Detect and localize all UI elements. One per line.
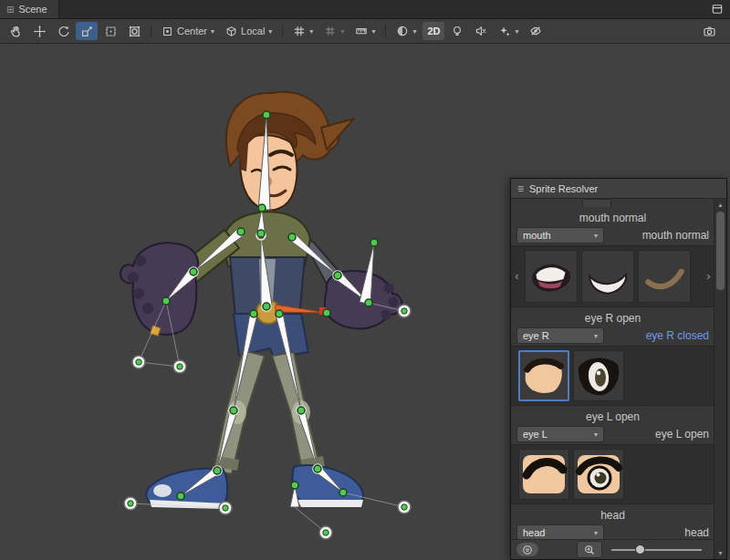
- toolbar-separator: [282, 24, 283, 38]
- thumbnail-zoom-slider[interactable]: [611, 544, 702, 556]
- light-bulb-icon: [451, 25, 464, 37]
- transform-icon: [128, 25, 141, 38]
- hamburger-icon[interactable]: ≡: [517, 182, 524, 195]
- move-tool-button[interactable]: [28, 22, 50, 40]
- scrollbar-thumb[interactable]: [716, 212, 725, 290]
- chevron-down-icon: ▾: [309, 27, 313, 36]
- 2d-mode-toggle[interactable]: 2D: [422, 22, 444, 40]
- head-dropdown-label: head: [523, 527, 545, 538]
- pivot-icon: [162, 26, 173, 37]
- mouth-dropdown-label: mouth: [523, 230, 551, 241]
- thumbnail-eye-l-open[interactable]: [573, 449, 624, 500]
- magnifier-plus-icon: [584, 544, 595, 555]
- transform-tool-button[interactable]: [123, 22, 145, 40]
- scene-tab-label: Scene: [18, 4, 47, 15]
- head-current-label: head: [684, 526, 709, 539]
- scene-visibility-toggle[interactable]: [525, 22, 547, 40]
- rect-tool-icon: [104, 25, 118, 38]
- window-layout-icon: [711, 3, 724, 16]
- head-category-dropdown[interactable]: head ▾: [516, 524, 604, 539]
- thumbnail-eye-r-closed[interactable]: [518, 350, 569, 401]
- slider-track[interactable]: [611, 549, 702, 551]
- chevron-right-icon[interactable]: ›: [704, 250, 713, 303]
- toolbar-separator: [151, 24, 151, 38]
- filter-button[interactable]: [516, 543, 538, 556]
- sprite-resolver-footer: [511, 539, 714, 559]
- rotate-tool-button[interactable]: [52, 22, 74, 40]
- sprite-resolver-title: Sprite Resolver: [529, 183, 598, 194]
- window-options-button[interactable]: [711, 0, 730, 18]
- chevron-down-icon: ▾: [515, 27, 518, 36]
- chevron-down-icon: ▾: [594, 430, 598, 439]
- slider-handle[interactable]: [635, 544, 645, 555]
- mouth-current-label: mouth normal: [642, 229, 709, 242]
- section-header-mouth: mouth normal: [511, 212, 714, 224]
- scale-icon: [80, 25, 94, 38]
- scene-effects-dropdown[interactable]: ▾: [494, 22, 523, 40]
- thumbnail-eye-l-closed[interactable]: [518, 449, 569, 500]
- effects-sparkle-icon: [498, 25, 511, 37]
- sprite-resolver-header[interactable]: ≡ Sprite Resolver: [511, 179, 726, 199]
- chevron-down-icon: ▾: [340, 27, 344, 36]
- grid-snapping-dropdown[interactable]: ▾: [319, 22, 349, 40]
- scroll-down-icon[interactable]: ▼: [714, 547, 726, 558]
- scene-audio-toggle[interactable]: [470, 22, 492, 40]
- thumbnail-mouth-closed[interactable]: [581, 250, 634, 303]
- cube-icon: [225, 26, 237, 37]
- eye-l-dropdown-label: eye L: [523, 429, 548, 440]
- scene-lighting-toggle[interactable]: [446, 22, 468, 40]
- grid-visibility-dropdown[interactable]: ▾: [288, 22, 318, 40]
- scroll-up-icon[interactable]: ▲: [714, 199, 726, 210]
- panel-scrollbar[interactable]: ▲ ▼: [714, 199, 726, 559]
- thumbnail-eye-r-open[interactable]: [573, 350, 624, 401]
- orientation-label: Local: [241, 26, 265, 36]
- chevron-left-icon[interactable]: ‹: [513, 250, 521, 303]
- mouth-thumbnail-strip: ‹ ›: [511, 245, 714, 307]
- shaded-sphere-icon: [396, 25, 409, 37]
- chevron-down-icon: ▾: [371, 27, 375, 36]
- eye-r-thumbnail-strip: [511, 346, 714, 406]
- chevron-down-icon: ▾: [594, 332, 598, 340]
- scene-tab[interactable]: ⊞ Scene: [0, 0, 59, 18]
- eye-l-category-dropdown[interactable]: eye L ▾: [516, 426, 604, 442]
- snap-increment-dropdown[interactable]: ▾: [350, 22, 380, 40]
- orientation-dropdown[interactable]: Local ▾: [221, 22, 276, 40]
- thumbnail-mouth-open[interactable]: [525, 250, 578, 303]
- eye-r-dropdown-label: eye R: [523, 330, 549, 341]
- chevron-down-icon: ▾: [594, 232, 598, 240]
- chevron-down-icon: ▾: [594, 529, 598, 537]
- rect-tool-button[interactable]: [99, 22, 121, 40]
- tab-bar: ⊞ Scene: [0, 0, 730, 19]
- eye-r-current-label[interactable]: eye R closed: [646, 329, 709, 342]
- eye-r-category-dropdown[interactable]: eye R ▾: [516, 327, 604, 344]
- view-tool-button[interactable]: [5, 22, 26, 40]
- pivot-mode-dropdown[interactable]: Center ▾: [157, 22, 219, 40]
- chevron-down-icon: ▾: [412, 27, 416, 36]
- scale-tool-button[interactable]: [76, 22, 98, 40]
- section-header-head: head: [511, 509, 714, 522]
- ruler-icon: [355, 25, 368, 37]
- rotate-icon: [57, 25, 70, 38]
- chevron-down-icon: ▾: [211, 27, 214, 36]
- toolbar-separator: [385, 24, 386, 38]
- unity-editor-window: ⊞ Scene: [0, 0, 730, 560]
- 2d-mode-label: 2D: [427, 26, 440, 36]
- grid-icon: [293, 25, 306, 37]
- chevron-down-icon: ▾: [268, 27, 272, 36]
- scene-camera-button[interactable]: [698, 22, 720, 40]
- draw-mode-dropdown[interactable]: ▾: [391, 22, 421, 40]
- section-header-eye-l: eye L open: [511, 410, 714, 423]
- hand-icon: [9, 25, 23, 38]
- move-icon: [33, 25, 47, 38]
- thumbnail-sliver: [582, 199, 611, 207]
- mouth-category-dropdown[interactable]: mouth ▾: [516, 227, 604, 244]
- camera-icon: [703, 25, 716, 38]
- eye-l-current-label: eye L open: [655, 428, 709, 441]
- zoom-button[interactable]: [577, 541, 602, 558]
- scene-toolbar: Center ▾ Local ▾ ▾ ▾ ▾: [0, 19, 730, 44]
- sprite-resolver-content: mouth normal mouth ▾ mouth normal ‹: [511, 199, 714, 539]
- eye-icon: [529, 25, 542, 37]
- audio-muted-icon: [474, 25, 487, 37]
- section-header-eye-r: eye R open: [511, 312, 714, 325]
- thumbnail-mouth-smirk[interactable]: [638, 250, 691, 303]
